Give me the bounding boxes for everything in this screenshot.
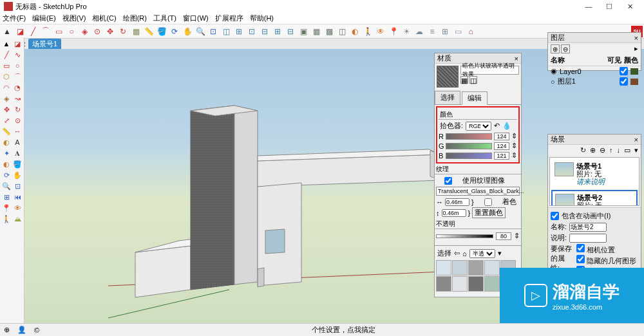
menu-file[interactable]: 文件(F) bbox=[3, 14, 26, 23]
zoom-tool-icon[interactable]: 🔍 bbox=[194, 26, 206, 37]
menu-edit[interactable]: 编辑(E) bbox=[32, 14, 56, 23]
b-slider[interactable] bbox=[446, 153, 492, 159]
save-hidden-checkbox[interactable] bbox=[576, 255, 585, 263]
layers-close-icon[interactable]: × bbox=[634, 34, 638, 42]
eraser-tool-icon[interactable]: ◪ bbox=[14, 26, 26, 37]
layer-radio[interactable]: ○ bbox=[551, 78, 555, 86]
paint2-icon[interactable]: 🪣 bbox=[12, 159, 23, 169]
xray-icon[interactable]: ◫ bbox=[336, 26, 348, 37]
push-icon[interactable]: ◈ bbox=[1, 93, 12, 104]
menu-extensions[interactable]: 扩展程序 bbox=[215, 14, 243, 23]
status-credit-icon[interactable]: © bbox=[34, 326, 39, 334]
section2-icon[interactable]: ◐ bbox=[1, 159, 12, 169]
push-tool-icon[interactable]: ◈ bbox=[79, 26, 90, 37]
pan2-icon[interactable]: ✋ bbox=[12, 170, 23, 180]
tape-tool-icon[interactable]: 📏 bbox=[143, 26, 155, 37]
scene-item[interactable]: 场景号1 照片: 无 请来说明 bbox=[551, 159, 638, 189]
texture-height-input[interactable] bbox=[442, 209, 466, 217]
texture-width-input[interactable] bbox=[445, 198, 469, 206]
eyedropper-icon[interactable]: 💧 bbox=[502, 122, 511, 130]
back-view-icon[interactable]: ⊞ bbox=[272, 26, 283, 37]
left-view-icon[interactable]: ⊟ bbox=[285, 26, 296, 37]
prev-icon[interactable]: ⏮ bbox=[12, 192, 23, 202]
3dtext-icon[interactable]: 𝐀 bbox=[12, 148, 23, 158]
text-icon[interactable]: A bbox=[12, 137, 23, 147]
circle-tool-icon[interactable]: ○ bbox=[66, 26, 77, 37]
browser-category-select[interactable]: 半透明材质 bbox=[469, 249, 495, 258]
walk2-icon[interactable]: 🚶 bbox=[1, 214, 12, 224]
sandbox-icon[interactable]: ⛰ bbox=[12, 214, 23, 224]
texture-file-field[interactable]: Translucent_Glass_Block_Dark... bbox=[436, 187, 520, 196]
layer-add-button[interactable]: ⊕ bbox=[551, 44, 560, 53]
material-create-icon[interactable]: ▦ bbox=[460, 76, 468, 84]
section-icon[interactable]: ◐ bbox=[349, 26, 361, 37]
polygon-icon[interactable]: ⬡ bbox=[1, 71, 12, 82]
rotate2-icon[interactable]: ↻ bbox=[12, 104, 23, 115]
layer-visible-checkbox[interactable] bbox=[620, 77, 628, 86]
select-icon[interactable]: ▲ bbox=[1, 39, 12, 49]
layer-menu-icon[interactable]: ▸ bbox=[634, 44, 638, 53]
menu-draw[interactable]: 绘图(R) bbox=[123, 14, 147, 23]
rotate-tool-icon[interactable]: ↻ bbox=[117, 26, 129, 37]
texture-icon[interactable]: ▩ bbox=[323, 26, 335, 37]
materials-edit-tab[interactable]: 编辑 bbox=[462, 91, 488, 105]
menu-help[interactable]: 帮助(H) bbox=[250, 14, 274, 23]
scene-add-icon[interactable]: ⊕ bbox=[590, 146, 596, 154]
colorize-checkbox[interactable] bbox=[476, 198, 500, 206]
eraser-icon[interactable]: ◪ bbox=[12, 39, 23, 49]
g-stepper[interactable]: ⇕ bbox=[511, 142, 517, 150]
material-swatch[interactable] bbox=[468, 260, 484, 275]
layer-row[interactable]: ◉ Layer0 bbox=[548, 66, 641, 76]
scene-tab-1[interactable]: 场景号1 bbox=[28, 39, 61, 50]
scene-remove-icon[interactable]: ⊖ bbox=[600, 146, 605, 154]
move-tool-icon[interactable]: ✥ bbox=[104, 26, 116, 37]
axes-icon[interactable]: ✦ bbox=[1, 148, 12, 158]
pie-icon[interactable]: ◔ bbox=[12, 82, 23, 93]
tape2-icon[interactable]: 📏 bbox=[1, 126, 12, 136]
scene-name-input[interactable] bbox=[569, 223, 607, 232]
front-view-icon[interactable]: ⊡ bbox=[246, 26, 258, 37]
browser-menu-icon[interactable]: ▾ bbox=[498, 249, 502, 257]
right-view-icon[interactable]: ⊟ bbox=[259, 26, 270, 37]
menu-tools[interactable]: 工具(T) bbox=[153, 14, 176, 23]
minimize-button[interactable]: — bbox=[578, 0, 599, 13]
wireframe-icon[interactable]: ▣ bbox=[298, 26, 309, 37]
material-swatch[interactable] bbox=[452, 276, 468, 292]
layer-row[interactable]: ○ 图层1 bbox=[548, 76, 641, 87]
scene-desc-input[interactable] bbox=[569, 234, 607, 243]
scale2-icon[interactable]: ⤢ bbox=[1, 115, 12, 126]
layer-color-swatch[interactable] bbox=[630, 79, 638, 85]
scene-up-icon[interactable]: ↑ bbox=[609, 146, 613, 154]
layer-remove-button[interactable]: ⊖ bbox=[561, 44, 570, 53]
shadow-icon[interactable]: ☀ bbox=[401, 26, 412, 37]
layer-color-swatch[interactable] bbox=[630, 68, 638, 75]
outliner-icon[interactable]: ⊞ bbox=[439, 26, 451, 37]
scene-down-icon[interactable]: ↓ bbox=[617, 146, 621, 154]
select-tool-icon[interactable]: ▲ bbox=[1, 26, 13, 37]
look2-icon[interactable]: 👁 bbox=[12, 203, 23, 213]
zoom2-icon[interactable]: 🔍 bbox=[1, 181, 12, 191]
rect-icon[interactable]: ▭ bbox=[1, 61, 12, 71]
line-tool-icon[interactable]: ╱ bbox=[27, 26, 39, 37]
layers-icon[interactable]: ≡ bbox=[426, 26, 438, 37]
material-name-field[interactable]: 暗色片状玻璃半透明效果 bbox=[460, 66, 519, 75]
save-camera-checkbox[interactable] bbox=[576, 244, 585, 252]
b-value[interactable]: 121 bbox=[494, 152, 509, 160]
protractor-icon[interactable]: ◐ bbox=[1, 137, 12, 147]
warehouse-icon[interactable]: ⌂ bbox=[465, 26, 477, 37]
scenes-icon[interactable]: ▭ bbox=[452, 26, 464, 37]
g-value[interactable]: 124 bbox=[494, 142, 509, 150]
offset2-icon[interactable]: ⊙ bbox=[12, 115, 23, 126]
layer-visible-checkbox[interactable] bbox=[620, 67, 628, 75]
orbit-tool-icon[interactable]: ⟳ bbox=[169, 26, 180, 37]
scenes-close-icon[interactable]: × bbox=[634, 136, 638, 144]
status-geo-icon[interactable]: ⊕ bbox=[4, 326, 10, 334]
pan-tool-icon[interactable]: ✋ bbox=[182, 26, 193, 37]
follow-icon[interactable]: ↝ bbox=[12, 93, 23, 104]
offset-tool-icon[interactable]: ⊙ bbox=[91, 26, 103, 37]
b-stepper[interactable]: ⇕ bbox=[511, 151, 517, 160]
include-anim-checkbox[interactable] bbox=[551, 212, 559, 220]
menu-window[interactable]: 窗口(W) bbox=[183, 14, 209, 23]
rect-tool-icon[interactable]: ▭ bbox=[53, 26, 64, 37]
top-view-icon[interactable]: ⊞ bbox=[233, 26, 245, 37]
